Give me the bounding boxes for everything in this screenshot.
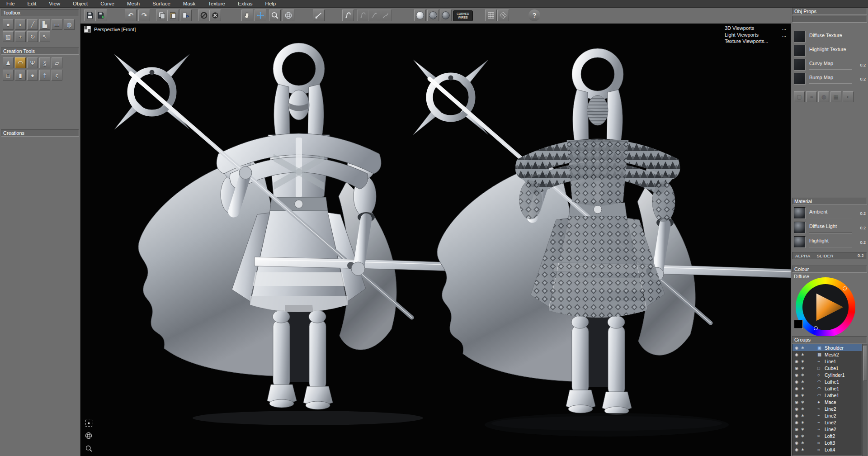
viewport-link[interactable]: Light Viewports ... bbox=[725, 32, 786, 38]
paste-button[interactable] bbox=[167, 10, 179, 21]
menu-item[interactable]: Surface bbox=[146, 0, 177, 7]
undo-button[interactable]: ↶ bbox=[125, 10, 137, 21]
group-row[interactable]: ◉ ∗ ~ Line2 bbox=[793, 405, 862, 412]
groups-scrollbar-thumb[interactable] bbox=[863, 346, 867, 381]
tool-button[interactable]: + bbox=[15, 31, 26, 42]
lock-star-icon[interactable]: ∗ bbox=[801, 427, 807, 432]
sv-marker[interactable] bbox=[814, 326, 818, 330]
tool-button[interactable]: ▙ bbox=[39, 19, 50, 30]
curved-wires-button[interactable]: CURVED WIRES bbox=[453, 10, 473, 21]
warrior-model-textured[interactable] bbox=[394, 43, 791, 450]
lock-star-icon[interactable]: ∗ bbox=[801, 440, 807, 445]
tool-button[interactable]: ● bbox=[3, 19, 14, 30]
map-strength-slider[interactable] bbox=[809, 69, 852, 70]
group-row[interactable]: ◉ ∗ □ Cube1 bbox=[793, 365, 862, 371]
menu-item[interactable]: Texture bbox=[202, 0, 231, 7]
visibility-eye-icon[interactable]: ◉ bbox=[795, 407, 801, 411]
move-tool-button[interactable] bbox=[255, 10, 266, 21]
menu-item[interactable]: Extras bbox=[231, 0, 259, 7]
texture-thumbnail[interactable] bbox=[794, 73, 806, 85]
viewport-globe-button[interactable] bbox=[84, 431, 94, 441]
visibility-eye-icon[interactable]: ◉ bbox=[795, 359, 801, 364]
redo-button[interactable]: ↷ bbox=[138, 10, 150, 21]
visibility-eye-icon[interactable]: ◉ bbox=[795, 400, 801, 404]
group-row[interactable]: ◉ ∗ ≈ Loft4 bbox=[793, 446, 862, 453]
export-button[interactable] bbox=[95, 10, 107, 21]
material-thumbnail[interactable] bbox=[794, 207, 806, 219]
lock-star-icon[interactable]: ∗ bbox=[801, 420, 807, 425]
duplicate-button[interactable] bbox=[180, 10, 192, 21]
lock-star-icon[interactable]: ∗ bbox=[801, 359, 807, 364]
lock-star-icon[interactable]: ∗ bbox=[801, 345, 807, 350]
material-thumbnail[interactable] bbox=[794, 222, 806, 233]
map-strength-slider[interactable] bbox=[809, 83, 852, 84]
visibility-eye-icon[interactable]: ◉ bbox=[795, 393, 801, 398]
viewport-zoom-button[interactable] bbox=[84, 443, 94, 453]
group-row[interactable]: ◉ ∗ ~ Line2 bbox=[793, 426, 862, 432]
group-row[interactable]: ◉ ∗ ○ Cylinder1 bbox=[793, 371, 862, 378]
object-selector[interactable] bbox=[792, 16, 867, 23]
visibility-eye-icon[interactable]: ◉ bbox=[795, 380, 801, 384]
creation-tool-button[interactable]: Ψ bbox=[27, 57, 38, 68]
menu-item[interactable]: Curve bbox=[94, 0, 121, 7]
visibility-eye-icon[interactable]: ◉ bbox=[795, 346, 801, 350]
help-button[interactable]: ? bbox=[528, 10, 540, 21]
lock-star-icon[interactable]: ∗ bbox=[801, 393, 807, 398]
alpha-slider[interactable]: ALPHA SLIDER 0.2 bbox=[792, 252, 867, 259]
map-slot-button-2[interactable]: ≈ bbox=[806, 91, 817, 102]
group-row[interactable]: ◉ ∗ ◠ Lathe1 bbox=[793, 378, 862, 385]
map-slot-button-1[interactable]: ▢ bbox=[794, 91, 805, 102]
viewport-3d[interactable]: Perspective [Front] 3D Viewports ... Lig… bbox=[80, 24, 791, 456]
cancel-button[interactable] bbox=[209, 10, 221, 21]
lock-star-icon[interactable]: ∗ bbox=[801, 433, 807, 438]
lock-star-icon[interactable]: ∗ bbox=[801, 413, 807, 418]
menu-item[interactable]: Edit bbox=[21, 0, 43, 7]
grid-button[interactable] bbox=[485, 10, 497, 21]
lock-star-icon[interactable]: ∗ bbox=[801, 352, 807, 357]
wireframe-sphere-button[interactable] bbox=[283, 10, 294, 21]
lock-star-icon[interactable]: ∗ bbox=[801, 366, 807, 370]
creation-tool-button[interactable]: ♟ bbox=[3, 57, 14, 68]
material-slider[interactable] bbox=[809, 247, 852, 248]
group-row[interactable]: ◉ ∗ ◠ Lathe1 bbox=[793, 392, 862, 399]
group-row[interactable]: ◉ ∗ ≈ Loft2 bbox=[793, 432, 862, 439]
colour-wheel[interactable] bbox=[796, 277, 855, 337]
tool-button[interactable]: ◗ bbox=[15, 19, 26, 30]
texture-thumbnail[interactable] bbox=[794, 45, 806, 57]
creation-tool-button[interactable]: ◻ bbox=[3, 70, 14, 81]
group-row[interactable]: ◉ ∗ ~ Line2 bbox=[793, 412, 862, 419]
lock-star-icon[interactable]: ∗ bbox=[801, 399, 807, 404]
visibility-eye-icon[interactable]: ◉ bbox=[795, 427, 801, 432]
group-row[interactable]: ◉ ∗ ◠ Lathe1 bbox=[793, 385, 862, 392]
group-row[interactable]: ◉ ∗ ▦ Mesh2 bbox=[793, 351, 862, 358]
lit-sphere-button[interactable] bbox=[414, 10, 426, 21]
creation-tool-button[interactable]: ς bbox=[52, 70, 62, 81]
visibility-eye-icon[interactable]: ◉ bbox=[795, 434, 801, 438]
creation-tool-button[interactable]: § bbox=[39, 57, 50, 68]
tool-button[interactable]: ▭ bbox=[52, 19, 62, 30]
lock-star-icon[interactable]: ∗ bbox=[801, 386, 807, 391]
lock-star-icon[interactable]: ∗ bbox=[801, 379, 807, 384]
material-slider[interactable] bbox=[809, 233, 852, 233]
group-row[interactable]: ◉ ∗ ~ Line1 bbox=[793, 358, 862, 365]
lock-star-icon[interactable]: ∗ bbox=[801, 406, 807, 411]
save-button[interactable] bbox=[84, 10, 96, 21]
curve-tool-4-button[interactable] bbox=[380, 10, 392, 21]
s-curve-tool-button[interactable] bbox=[342, 10, 354, 21]
no-symmetry-button[interactable] bbox=[198, 10, 210, 21]
tool-button[interactable]: ▧ bbox=[3, 31, 14, 42]
visibility-eye-icon[interactable]: ◉ bbox=[795, 420, 801, 425]
group-row[interactable]: ◉ ∗ ~ Line2 bbox=[793, 419, 862, 426]
creation-tool-button[interactable]: ● bbox=[27, 70, 38, 81]
map-slot-button-4[interactable]: ▦ bbox=[830, 91, 841, 102]
map-slot-button-5[interactable]: ◐ bbox=[843, 91, 854, 102]
creation-tool-button[interactable]: ◠ bbox=[15, 57, 26, 68]
curve-tool-3-button[interactable] bbox=[368, 10, 380, 21]
visibility-eye-icon[interactable]: ◉ bbox=[795, 386, 801, 391]
texture-thumbnail[interactable] bbox=[794, 59, 806, 71]
visibility-eye-icon[interactable]: ◉ bbox=[795, 413, 801, 418]
line-tool-button[interactable] bbox=[313, 10, 325, 21]
menu-item[interactable]: Help bbox=[259, 0, 283, 7]
material-thumbnail[interactable] bbox=[794, 236, 806, 248]
visibility-eye-icon[interactable]: ◉ bbox=[795, 352, 801, 357]
